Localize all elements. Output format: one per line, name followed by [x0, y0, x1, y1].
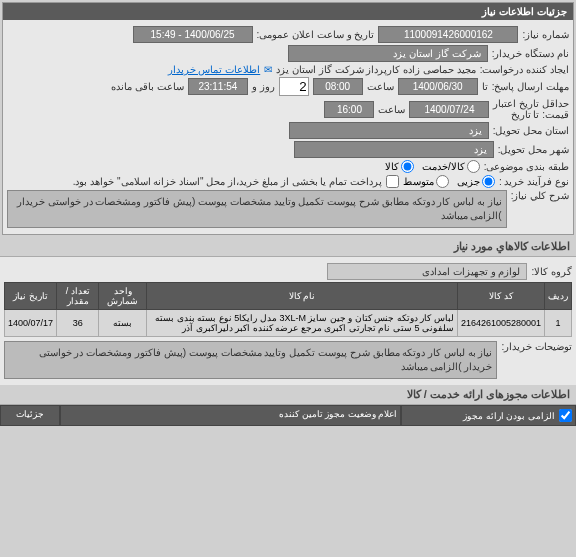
panel-body: شماره نیاز: 1100091426000162 تاریخ و ساع… — [3, 20, 573, 234]
bottom-header: الزامی بودن ارائه مجوز اعلام وضعیت مجوز … — [0, 405, 576, 426]
bottom-col1: الزامی بودن ارائه مجوز — [401, 405, 576, 426]
need-no-value: 1100091426000162 — [378, 26, 518, 43]
table-row: 1 2164261005280001 لباس کار دوتکه جنس کت… — [5, 310, 572, 337]
province-label: استان محل تحویل: — [493, 125, 569, 136]
table-header-row: ردیف کد کالا نام کالا واحد شمارش تعداد /… — [5, 283, 572, 310]
row-requester: ایجاد کننده درخواست: مجید حماصی زاده کار… — [7, 64, 569, 75]
city-value: یزد — [294, 141, 494, 158]
bottom-col3: جزئیات — [0, 405, 60, 426]
buyer-label: نام دستگاه خریدار: — [492, 48, 569, 59]
group-value: لوازم و تجهیزات امدادی — [327, 263, 527, 280]
td-date: 1400/07/17 — [5, 310, 57, 337]
row-group: گروه کالا: لوازم و تجهیزات امدادی — [4, 263, 572, 280]
mandatory-checkbox[interactable] — [559, 409, 572, 422]
title: جزئیات اطلاعات نیاز — [482, 6, 567, 17]
need-no-label: شماره نیاز: — [522, 29, 569, 40]
desc-text: نیاز به لباس کار دوتکه مطابق شرح پیوست ت… — [7, 190, 507, 228]
deadline-until: تا — [482, 81, 488, 92]
td-qty: 36 — [57, 310, 99, 337]
buy-process-group: جزیی متوسط — [403, 175, 495, 188]
goods-section-title: اطلاعات كالاهاي مورد نیاز — [0, 237, 576, 257]
row-validity: حداقل تاریخ اعتبار قیمت: تا تاریخ 1400/0… — [7, 98, 569, 120]
deadline-time: 08:00 — [313, 78, 363, 95]
th-unit: واحد شمارش — [99, 283, 147, 310]
contact-icon: ✉ — [264, 64, 272, 75]
row-classification: طبقه بندی موضوعی: کالا/خدمت کالا — [7, 160, 569, 173]
bottom-col2: اعلام وضعیت مجوز تامین کننده — [60, 405, 401, 426]
desc-label: شرح کلي نیاز: — [511, 190, 569, 201]
main-panel: جزئیات اطلاعات نیاز شماره نیاز: 11000914… — [2, 2, 574, 235]
buy-radio2[interactable] — [436, 175, 449, 188]
td-unit: بسته — [99, 310, 147, 337]
row-city: شهر محل تحویل: یزد — [7, 141, 569, 158]
goods-table: ردیف کد کالا نام کالا واحد شمارش تعداد /… — [4, 282, 572, 337]
row-province: استان محل تحویل: یزد — [7, 122, 569, 139]
th-row: ردیف — [545, 283, 572, 310]
buy-radio1[interactable] — [482, 175, 495, 188]
remain-label: ساعت باقی مانده — [111, 81, 184, 92]
class-radio-group: کالا/خدمت کالا — [385, 160, 480, 173]
buy-process-note: پرداخت تمام یا بخشی از مبلغ خرید،از محل … — [73, 176, 382, 187]
class-radio2[interactable] — [401, 160, 414, 173]
days-input[interactable] — [279, 77, 309, 96]
th-name: نام کالا — [147, 283, 457, 310]
class-radio1[interactable] — [467, 160, 480, 173]
panel-header: جزئیات اطلاعات نیاز — [3, 3, 573, 20]
th-date: تاریخ نیاز — [5, 283, 57, 310]
province-value: یزد — [289, 122, 489, 139]
row-buy-process: نوع فرآیند خرید : جزیی متوسط پرداخت تمام… — [7, 175, 569, 188]
valid-label2: قیمت: تا تاریخ — [493, 109, 569, 120]
row-notes: توضیحات خریدار: نیاز به لباس کار دوتکه م… — [4, 341, 572, 379]
city-label: شهر محل تحویل: — [498, 144, 569, 155]
buyer-value: شرکت گاز استان یزد — [288, 45, 488, 62]
td-row: 1 — [545, 310, 572, 337]
buy-opt2[interactable]: متوسط — [403, 175, 449, 188]
licenses-title: اطلاعات مجوزهای ارائه خدمت / کالا — [0, 385, 576, 405]
class-opt2[interactable]: کالا — [385, 160, 414, 173]
buy-process-label: نوع فرآیند خرید : — [499, 176, 569, 187]
valid-time: 16:00 — [324, 101, 374, 118]
class-label: طبقه بندی موضوعی: — [484, 161, 569, 172]
payment-checkbox[interactable] — [386, 175, 399, 188]
contact-link[interactable]: اطلاعات تماس خریدار — [168, 64, 261, 75]
valid-date: 1400/07/24 — [409, 101, 489, 118]
announce-value: 1400/06/25 - 15:49 — [133, 26, 253, 43]
td-name: لباس کار دوتکه جنس کتان و جین سایز 3XL-M… — [147, 310, 457, 337]
notes-text: نیاز به لباس کار دوتکه مطابق شرح پیوست ت… — [4, 341, 497, 379]
requester-value: مجید حماصی زاده کارپرداز شرکت گاز استان … — [276, 64, 475, 75]
announce-label: تاریخ و ساعت اعلان عمومی: — [257, 29, 375, 40]
days-label: روز و — [252, 81, 275, 92]
th-qty: تعداد / مقدار — [57, 283, 99, 310]
class-opt1[interactable]: کالا/خدمت — [422, 160, 480, 173]
goods-body: گروه کالا: لوازم و تجهیزات امدادی ردیف ک… — [0, 257, 576, 385]
deadline-time-label: ساعت — [367, 81, 394, 92]
group-label: گروه کالا: — [531, 266, 572, 277]
row-need-no: شماره نیاز: 1100091426000162 تاریخ و ساع… — [7, 26, 569, 43]
requester-label: ایجاد کننده درخواست: — [480, 64, 569, 75]
deadline-date: 1400/06/30 — [398, 78, 478, 95]
row-deadline: مهلت ارسال پاسخ: تا 1400/06/30 ساعت 08:0… — [7, 77, 569, 96]
th-code: کد کالا — [457, 283, 544, 310]
td-code: 2164261005280001 — [457, 310, 544, 337]
valid-time-label: ساعت — [378, 104, 405, 115]
row-description: شرح کلي نیاز: نیاز به لباس کار دوتکه مطا… — [7, 190, 569, 228]
valid-label1: حداقل تاریخ اعتبار — [493, 98, 569, 109]
deadline-label: مهلت ارسال پاسخ: — [492, 81, 569, 92]
row-buyer: نام دستگاه خریدار: شرکت گاز استان یزد — [7, 45, 569, 62]
notes-label: توضیحات خریدار: — [501, 341, 572, 352]
buy-opt1[interactable]: جزیی — [457, 175, 495, 188]
remain-time: 23:11:54 — [188, 78, 248, 95]
